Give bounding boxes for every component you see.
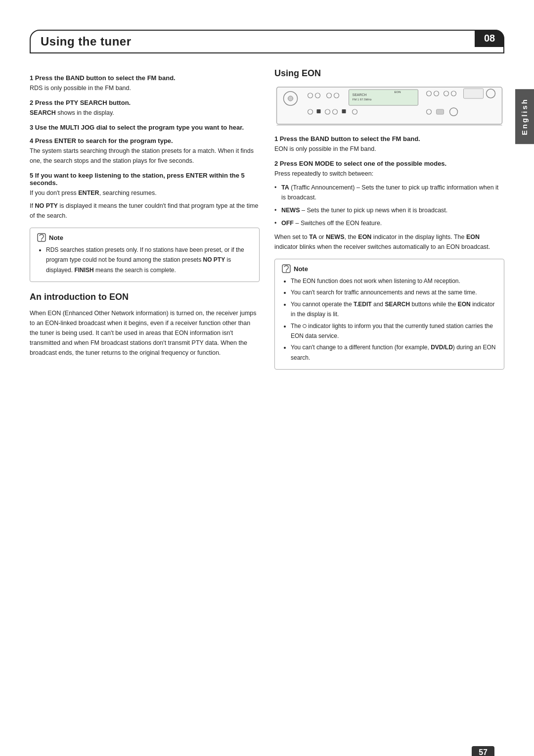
step-5-body-1: If you don't press ENTER, searching resu… [30,188,260,198]
chapter-number: 08 [475,30,504,47]
right-note-box: Note The EON function does not work when… [274,259,504,370]
eon-intro-section: An introduction to EON When EON (Enhance… [30,292,260,358]
svg-rect-23 [342,109,346,113]
right-note-list: The EON function does not work when list… [282,276,497,363]
svg-text:FM 1  87.5MHz: FM 1 87.5MHz [353,98,372,101]
using-eon-heading: Using EON [274,68,504,79]
page-wrapper: Using the tuner 08 English 1 Press the B… [0,30,534,756]
header-bar: Using the tuner 08 [30,30,504,53]
right-column: Using EON SEARCH [274,68,504,375]
svg-rect-17 [464,89,484,98]
svg-rect-20 [317,109,321,113]
left-note-header: Note [37,233,252,242]
main-content: 1 Press the BAND button to select the FM… [30,53,504,375]
page-number: 57 [472,746,494,756]
mode-off: OFF – Switches off the EON feature. [274,218,504,228]
svg-point-4 [288,96,293,101]
page-title: Using the tuner [41,35,132,48]
step-3-heading: 3 Use the MULTI JOG dial to select the p… [30,124,260,131]
svg-rect-26 [437,109,444,114]
circle-indicator-icon [303,324,307,328]
eon-body2: When set to TA or NEWS, the EON indicato… [274,232,504,252]
eon-step-1-heading: 1 Press the BAND button to select the FM… [274,135,504,142]
left-note-item: RDS searches station presets only. If no… [46,245,252,275]
svg-point-30 [286,271,287,272]
left-note-box: Note RDS searches station presets only. … [30,228,260,282]
step-1-heading: 1 Press the BAND button to select the FM… [30,74,260,82]
mode-list: TA (Traffic Announcement) – Sets the tun… [274,183,504,228]
english-sidebar-label: English [515,89,534,144]
device-diagram: SEARCH FM 1 87.5MHz EON [274,85,504,128]
step-2-body: SEARCH shows in the display. [30,108,260,118]
right-note-item-2: You can't search for traffic announcemen… [291,287,497,297]
mode-ta: TA (Traffic Announcement) – Sets the tun… [274,183,504,202]
step-1-body: RDS is only possible in the FM band. [30,83,260,93]
right-note-item-4: The indicator lights to inform you that … [291,321,497,341]
svg-point-1 [41,240,42,241]
left-column: 1 Press the BAND button to select the FM… [30,68,260,375]
step-5-body-2: If NO PTY is displayed it means the tune… [30,201,260,221]
eon-intro-body: When EON (Enhanced Other Network informa… [30,308,260,358]
right-note-icon [282,264,291,273]
note-icon [37,233,46,242]
svg-text:EON: EON [395,91,401,94]
right-note-item-1: The EON function does not work when list… [291,276,497,286]
eon-intro-heading: An introduction to EON [30,292,260,302]
svg-text:SEARCH: SEARCH [353,93,367,96]
eon-step-2-heading: 2 Press EON MODE to select one of the po… [274,160,504,167]
step-4-body: The system starts searching through the … [30,146,260,166]
right-note-header: Note [282,264,497,273]
step-4-heading: 4 Press ENTER to search for the program … [30,137,260,144]
mode-news: NEWS – Sets the tuner to pick up news wh… [274,205,504,215]
step-2-heading: 2 Press the PTY SEARCH button. [30,99,260,106]
right-note-item-5: You can't change to a different function… [291,342,497,363]
eon-step-2-body: Press repeatedly to switch between: [274,169,504,179]
page-footer: 57 En [472,746,494,756]
eon-step-1-body: EON is only possible in the FM band. [274,144,504,154]
svg-rect-9 [349,90,418,105]
left-note-list: RDS searches station presets only. If no… [37,245,252,275]
right-note-item-3: You cannot operate the T.EDIT and SEARCH… [291,299,497,320]
step-5-heading: 5 If you want to keep listening to the s… [30,172,260,187]
